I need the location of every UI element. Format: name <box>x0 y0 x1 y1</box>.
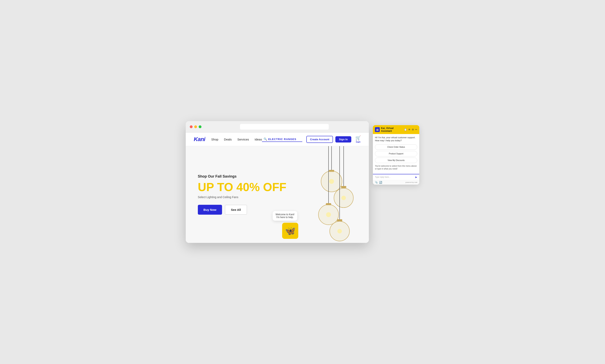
welcome-line1: Welcome to Kani! <box>275 213 295 216</box>
main-nav: Shop Deals Services Ideas <box>211 138 262 141</box>
search-input-text[interactable]: ELECTRIC RANGES <box>268 138 296 141</box>
minimize-dot[interactable] <box>194 125 197 128</box>
chat-icon-clipboard[interactable]: 📋 <box>404 128 407 131</box>
see-all-button[interactable]: See All <box>225 205 247 215</box>
store-header: Kani Shop Deals Services Ideas 🔍 ELECTRI… <box>186 133 369 146</box>
chat-header-title: Kai, Virtual Assistant <box>381 127 403 132</box>
maximize-dot[interactable] <box>199 125 202 128</box>
search-bar[interactable]: 🔍 ELECTRIC RANGES <box>262 137 302 142</box>
browser-chrome <box>186 121 369 133</box>
hero-section: Shop Our Fall Savings UP TO 40% OFF Sele… <box>186 146 369 243</box>
kai-avatar-emoji: 🦋 <box>285 226 296 236</box>
nav-shop[interactable]: Shop <box>211 138 218 141</box>
nav-deals[interactable]: Deals <box>224 138 232 141</box>
cart-label: Cart <box>356 141 360 143</box>
close-dot[interactable] <box>190 125 193 128</box>
chat-icon-gear[interactable]: ⚙ <box>412 128 414 131</box>
chat-bottom-bar: 📎 🔄 powered by rulai <box>373 180 419 185</box>
nav-services[interactable]: Services <box>237 138 249 141</box>
chat-check-order-btn[interactable]: Check Order Status <box>375 144 417 150</box>
chat-send-button[interactable]: ➤ <box>415 176 417 179</box>
cart-icon: 🛒 <box>355 135 361 141</box>
create-account-button[interactable]: Create Account <box>306 136 333 143</box>
sign-in-button[interactable]: Sign In <box>335 136 351 143</box>
browser-dots <box>190 125 202 128</box>
chat-bot-icon: 🤖 <box>375 127 380 132</box>
welcome-line2: I'm here to help. <box>275 216 295 219</box>
store-logo: Kani <box>194 136 205 143</box>
chat-panel: 🤖 Kai, Virtual Assistant 📋 👁 ⚙ ✏ Hi! I'm… <box>373 125 419 185</box>
chat-input-placeholder[interactable]: Type reply here... <box>375 176 414 178</box>
nav-ideas[interactable]: Ideas <box>255 138 262 141</box>
chat-icon-edit[interactable]: ✏ <box>415 128 417 131</box>
hero-description: Select Lighting and Ceiling Fans <box>198 195 357 199</box>
svg-point-15 <box>337 229 342 234</box>
chat-bottom-icons: 📎 🔄 <box>375 181 382 184</box>
chat-header-controls: 📋 👁 ⚙ ✏ <box>404 128 417 131</box>
chat-attachment-icon[interactable]: 📎 <box>375 181 378 184</box>
chat-icon-eye[interactable]: 👁 <box>408 128 411 131</box>
chat-header: 🤖 Kai, Virtual Assistant 📋 👁 ⚙ ✏ <box>373 125 419 134</box>
chat-powered-by: powered by rulai <box>405 182 417 183</box>
browser-window: Kani Shop Deals Services Ideas 🔍 ELECTRI… <box>186 121 369 243</box>
chat-view-discounts-btn[interactable]: View My Discounts <box>375 158 417 163</box>
chat-body: Hi! I'm Kai, your virtual customer suppo… <box>373 134 419 174</box>
chat-greeting: Hi! I'm Kai, your virtual customer suppo… <box>375 136 417 142</box>
welcome-bubble: Welcome to Kani! I'm here to help. <box>273 211 297 221</box>
buy-now-button[interactable]: Buy Now <box>198 205 222 215</box>
cart-button[interactable]: 🛒 Cart <box>355 135 361 143</box>
bot-icon-symbol: 🤖 <box>376 128 379 131</box>
url-bar[interactable] <box>240 124 329 130</box>
hero-subtitle: Shop Our Fall Savings <box>198 174 357 179</box>
chat-input-area[interactable]: Type reply here... ➤ <box>373 174 419 180</box>
chat-product-support-btn[interactable]: Product Support <box>375 151 417 156</box>
kai-avatar[interactable]: 🦋 <box>282 223 298 239</box>
chat-footer-text: You're welcome to select from the menu a… <box>375 165 417 170</box>
chat-refresh-icon[interactable]: 🔄 <box>379 181 382 184</box>
search-icon: 🔍 <box>264 137 267 141</box>
header-actions: Create Account Sign In 🛒 Cart <box>306 135 361 143</box>
hero-title: UP TO 40% OFF <box>198 181 357 194</box>
